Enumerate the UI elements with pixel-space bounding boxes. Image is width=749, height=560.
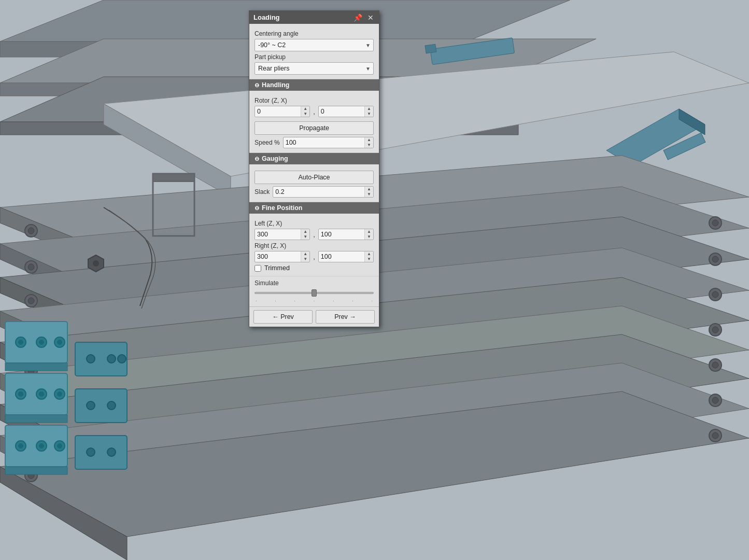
right-x-input[interactable]: 100 (319, 251, 364, 262)
panel-footer: ← Prev Prev → (249, 306, 379, 327)
svg-point-89 (118, 355, 126, 363)
handling-section-header[interactable]: ⊖ Handling (249, 79, 379, 91)
left-z-spinbox[interactable]: 300 ▲ ▼ (255, 229, 310, 240)
centering-angle-label: Centering angle (255, 30, 374, 37)
svg-point-85 (57, 443, 62, 449)
centering-angle-wrapper: -90° ~ C2 -45° ~ C1 0° ~ C0 90° ~ C3 ▼ (255, 39, 374, 51)
right-z-input[interactable]: 300 (255, 251, 301, 262)
rotor-separator: , (312, 108, 316, 116)
right-row: 300 ▲ ▼ , 100 ▲ ▼ (255, 251, 374, 262)
right-z-arrows: ▲ ▼ (301, 251, 309, 262)
speed-down[interactable]: ▼ (365, 143, 373, 148)
part-pickup-label: Part pickup (255, 53, 374, 61)
rotor-x-arrows: ▲ ▼ (364, 106, 373, 117)
speed-input[interactable]: 100 (284, 137, 364, 148)
gauging-section-label: Gauging (262, 155, 288, 162)
svg-point-75 (39, 391, 44, 397)
svg-rect-63 (5, 363, 67, 371)
svg-point-59 (712, 397, 718, 403)
left-separator: , (312, 231, 316, 239)
fine-position-section-label: Fine Position (262, 204, 302, 212)
speed-spinbox[interactable]: 100 ▲ ▼ (283, 137, 374, 148)
svg-point-88 (107, 355, 116, 363)
right-x-arrows: ▲ ▼ (364, 251, 373, 262)
rotor-z-input[interactable]: 0 (255, 106, 301, 117)
rotor-z-down[interactable]: ▼ (301, 111, 309, 117)
left-x-down[interactable]: ▼ (365, 234, 373, 240)
right-x-down[interactable]: ▼ (365, 257, 373, 262)
svg-rect-97 (153, 174, 194, 181)
tick-4: · (314, 298, 315, 303)
svg-point-55 (712, 327, 718, 333)
handling-collapse-icon: ⊖ (255, 82, 259, 89)
rotor-row: 0 ▲ ▼ , 0 ▲ ▼ (255, 106, 374, 117)
slack-spinbox[interactable]: 0.2 ▲ ▼ (273, 186, 374, 198)
left-z-down[interactable]: ▼ (301, 234, 309, 240)
rotor-x-down[interactable]: ▼ (365, 111, 373, 117)
prev-left-button[interactable]: ← Prev (253, 310, 313, 324)
rotor-z-spinbox[interactable]: 0 ▲ ▼ (255, 106, 310, 117)
left-z-input[interactable]: 300 (255, 229, 301, 240)
handling-section-label: Handling (262, 81, 289, 89)
close-button[interactable]: ✕ (366, 14, 375, 21)
left-x-spinbox[interactable]: 100 ▲ ▼ (318, 229, 374, 240)
gauging-section-header[interactable]: ⊖ Gauging (249, 153, 379, 164)
svg-point-35 (28, 264, 34, 270)
right-x-up[interactable]: ▲ (365, 251, 373, 257)
svg-point-91 (87, 401, 95, 410)
slack-down[interactable]: ▼ (365, 192, 373, 197)
fine-position-section-header[interactable]: ⊖ Fine Position (249, 202, 379, 214)
right-x-spinbox[interactable]: 100 ▲ ▼ (318, 251, 374, 262)
prev-right-button[interactable]: Prev → (316, 310, 375, 324)
right-label: Right (Z, X) (255, 242, 374, 249)
simulate-label: Simulate (255, 279, 374, 287)
handling-section-body: Rotor (Z, X) 0 ▲ ▼ , 0 ▲ ▼ (249, 91, 379, 153)
right-z-spinbox[interactable]: 300 ▲ ▼ (255, 251, 310, 262)
svg-point-73 (18, 391, 23, 397)
slider-ticks: · · · · · · · (255, 297, 374, 304)
pin-button[interactable]: 📌 (352, 14, 363, 21)
slack-row: Slack 0.2 ▲ ▼ (255, 186, 374, 198)
svg-point-92 (107, 401, 116, 410)
simulate-slider-track[interactable] (255, 289, 374, 297)
tick-7: · (371, 298, 373, 303)
propagate-button[interactable]: Propagate (255, 121, 374, 135)
slack-up[interactable]: ▲ (365, 187, 373, 192)
part-pickup-select[interactable]: Rear pliers Front pliers Side grip Vacuu… (255, 62, 374, 75)
svg-point-53 (712, 291, 718, 298)
svg-point-83 (39, 443, 44, 449)
svg-point-33 (28, 228, 34, 234)
left-x-input[interactable]: 100 (319, 229, 364, 240)
left-row: 300 ▲ ▼ , 100 ▲ ▼ (255, 229, 374, 240)
trimmed-label: Trimmed (264, 264, 290, 272)
rotor-x-spinbox[interactable]: 0 ▲ ▼ (318, 106, 374, 117)
svg-point-61 (712, 432, 718, 439)
rotor-x-up[interactable]: ▲ (365, 106, 373, 111)
right-z-up[interactable]: ▲ (301, 251, 309, 257)
gauging-section-body: Auto-Place Slack 0.2 ▲ ▼ (249, 164, 379, 202)
right-separator: , (312, 253, 316, 261)
speed-up[interactable]: ▲ (365, 137, 373, 143)
right-z-down[interactable]: ▼ (301, 257, 309, 262)
left-x-arrows: ▲ ▼ (364, 229, 373, 240)
part-pickup-wrapper: Rear pliers Front pliers Side grip Vacuu… (255, 62, 374, 75)
trimmed-checkbox[interactable] (255, 265, 261, 272)
slack-input[interactable]: 0.2 (273, 187, 364, 197)
svg-point-77 (57, 391, 62, 397)
prev-left-label: ← Prev (272, 313, 294, 320)
svg-point-95 (107, 448, 116, 456)
prev-right-label: Prev → (334, 313, 356, 320)
left-label: Left (Z, X) (255, 220, 374, 227)
centering-angle-select[interactable]: -90° ~ C2 -45° ~ C1 0° ~ C0 90° ~ C3 (255, 39, 374, 51)
rotor-z-up[interactable]: ▲ (301, 106, 309, 111)
left-z-up[interactable]: ▲ (301, 229, 309, 234)
svg-point-65 (18, 340, 23, 345)
auto-place-button[interactable]: Auto-Place (255, 171, 374, 184)
panel-titlebar[interactable]: Loading 📌 ✕ (249, 11, 379, 24)
simulate-section: Simulate · · · · · · · (249, 276, 379, 306)
svg-point-99 (93, 260, 99, 267)
tick-2: · (275, 298, 276, 303)
simulate-slider-thumb[interactable] (312, 289, 317, 297)
rotor-x-input[interactable]: 0 (319, 106, 364, 117)
left-x-up[interactable]: ▲ (365, 229, 373, 234)
